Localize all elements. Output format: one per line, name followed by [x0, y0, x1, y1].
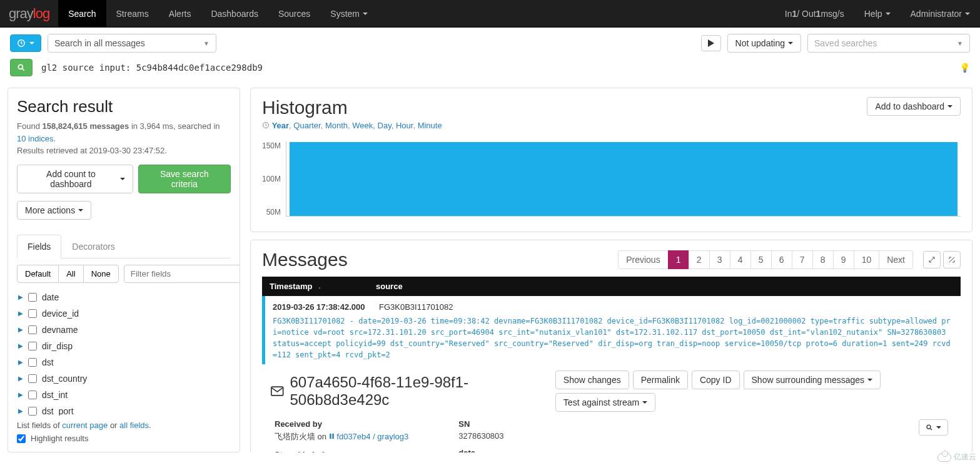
- field-filter-row: Default All None: [17, 265, 231, 283]
- search-button[interactable]: [10, 59, 33, 76]
- page-8[interactable]: 8: [812, 250, 834, 269]
- brand-logo[interactable]: graylog: [0, 0, 58, 27]
- more-actions-button[interactable]: More actions: [17, 201, 91, 220]
- field-item[interactable]: ▶dst_country: [17, 370, 225, 387]
- filter-all[interactable]: All: [59, 265, 83, 283]
- histogram-title: Histogram: [262, 97, 442, 118]
- search-result-title: Search result: [17, 97, 231, 116]
- timerange-button[interactable]: [10, 34, 41, 52]
- triangle-right-icon: ▶: [18, 326, 23, 333]
- save-search-button[interactable]: Save search criteria: [138, 165, 231, 193]
- add-histogram-dashboard-button[interactable]: Add to dashboard: [867, 97, 961, 116]
- update-interval-button[interactable]: Not updating: [727, 34, 801, 53]
- throughput-indicator[interactable]: In 1 / Out 1 msg/s: [775, 0, 854, 27]
- col-source[interactable]: source: [376, 282, 953, 291]
- page-4[interactable]: 4: [730, 250, 751, 269]
- surrounding-messages-button[interactable]: Show surrounding messages: [744, 370, 881, 389]
- bulb-icon[interactable]: 💡: [959, 63, 970, 73]
- field-checkbox[interactable]: [28, 407, 37, 416]
- interval-week[interactable]: Week: [352, 121, 373, 130]
- page-prev[interactable]: Previous: [618, 250, 668, 269]
- field-checkbox[interactable]: [28, 293, 37, 302]
- page-10[interactable]: 10: [854, 250, 880, 269]
- nav-help[interactable]: Help: [854, 0, 901, 27]
- tab-fields[interactable]: Fields: [17, 235, 61, 258]
- top-navbar: graylog Search Streams Alerts Dashboards…: [0, 0, 980, 28]
- show-changes-button[interactable]: Show changes: [555, 370, 629, 389]
- field-item[interactable]: ▶dir_disp: [17, 338, 225, 354]
- page-5[interactable]: 5: [750, 250, 772, 269]
- interval-quarter[interactable]: Quarter: [293, 121, 320, 130]
- field-item[interactable]: ▶dst_port: [17, 403, 225, 416]
- page-1[interactable]: 1: [668, 250, 689, 269]
- nav-search[interactable]: Search: [58, 0, 106, 27]
- field-item[interactable]: ▶device_id: [17, 305, 225, 322]
- fields-list[interactable]: ▶date ▶device_id ▶devname ▶dir_disp ▶dst…: [17, 289, 231, 416]
- interval-minute[interactable]: Minute: [418, 121, 442, 130]
- filter-fields-input[interactable]: [124, 265, 240, 283]
- field-item[interactable]: ▶dst_int: [17, 387, 225, 403]
- page-2[interactable]: 2: [689, 250, 710, 269]
- sn-label: SN: [458, 419, 503, 429]
- field-item[interactable]: ▶date: [17, 289, 225, 305]
- query-input[interactable]: [39, 59, 953, 76]
- nav-sources[interactable]: Sources: [268, 0, 320, 27]
- page-next[interactable]: Next: [879, 250, 913, 269]
- filter-none[interactable]: None: [83, 265, 119, 283]
- messages-panel: Messages Previous 1 2 3 4 5 6 7 8 9 10 N…: [250, 240, 972, 452]
- field-search-button[interactable]: [919, 419, 948, 436]
- page-9[interactable]: 9: [833, 250, 854, 269]
- field-item[interactable]: ▶devname: [17, 322, 225, 338]
- interval-year[interactable]: Year: [272, 121, 289, 130]
- current-page-link[interactable]: current page: [62, 421, 108, 430]
- search-scope-select[interactable]: Search in all messages ▼: [48, 34, 216, 53]
- nav-dashboards[interactable]: Dashboards: [201, 0, 268, 27]
- field-checkbox[interactable]: [28, 325, 37, 334]
- triangle-right-icon: ▶: [18, 310, 23, 317]
- received-by-link[interactable]: fd037eb4 / graylog3: [336, 432, 408, 441]
- field-checkbox[interactable]: [28, 342, 37, 350]
- message-row[interactable]: 2019-03-26 17:38:42.000 FG3K0B3I11701082…: [262, 296, 961, 364]
- y-axis: 150M 100M 50M: [262, 141, 286, 217]
- nav-streams[interactable]: Streams: [106, 0, 159, 27]
- indices-link[interactable]: 10 indices: [17, 134, 54, 143]
- highlight-checkbox[interactable]: [17, 434, 26, 443]
- chevron-down-icon: [78, 209, 83, 212]
- col-timestamp[interactable]: Timestamp: [270, 282, 376, 291]
- field-checkbox[interactable]: [28, 374, 37, 383]
- all-fields-link[interactable]: all fields: [119, 421, 149, 430]
- interval-day[interactable]: Day: [378, 121, 391, 130]
- result-summary: Found 158,824,615 messages in 3,964 ms, …: [17, 120, 231, 157]
- expand-button[interactable]: [923, 251, 941, 268]
- highlight-label: Highlight results: [31, 434, 89, 443]
- field-checkbox[interactable]: [28, 391, 37, 399]
- nav-user[interactable]: Administrator: [901, 0, 980, 27]
- messages-header: Messages Previous 1 2 3 4 5 6 7 8 9 10 N…: [262, 249, 961, 270]
- permalink-button[interactable]: Permalink: [633, 370, 688, 389]
- field-checkbox[interactable]: [28, 358, 37, 367]
- field-label: dir_disp: [42, 341, 73, 351]
- nav-alerts[interactable]: Alerts: [159, 0, 201, 27]
- add-count-button[interactable]: Add count to dashboard: [17, 165, 133, 193]
- play-button[interactable]: [701, 35, 721, 51]
- chevron-down-icon: [788, 42, 793, 44]
- field-checkbox[interactable]: [28, 309, 37, 318]
- filter-default[interactable]: Default: [17, 265, 59, 283]
- saved-searches-select[interactable]: Saved searches ▼: [807, 34, 970, 53]
- histogram-chart[interactable]: 150M 100M 50M: [262, 141, 961, 223]
- page-7[interactable]: 7: [792, 250, 813, 269]
- interval-month[interactable]: Month: [325, 121, 348, 130]
- collapse-button[interactable]: [943, 251, 961, 268]
- chart-bar[interactable]: [290, 142, 957, 216]
- nav-system[interactable]: System: [320, 0, 378, 27]
- collapse-icon: [948, 256, 956, 263]
- sort-desc-icon: [316, 284, 323, 290]
- tab-decorators[interactable]: Decorators: [61, 235, 125, 258]
- page-3[interactable]: 3: [709, 250, 730, 269]
- test-stream-button[interactable]: Test against stream: [555, 393, 655, 412]
- copy-id-button[interactable]: Copy ID: [692, 370, 740, 389]
- triangle-right-icon: ▶: [18, 375, 23, 382]
- page-6[interactable]: 6: [771, 250, 792, 269]
- interval-hour[interactable]: Hour: [396, 121, 413, 130]
- field-item[interactable]: ▶dst: [17, 354, 225, 370]
